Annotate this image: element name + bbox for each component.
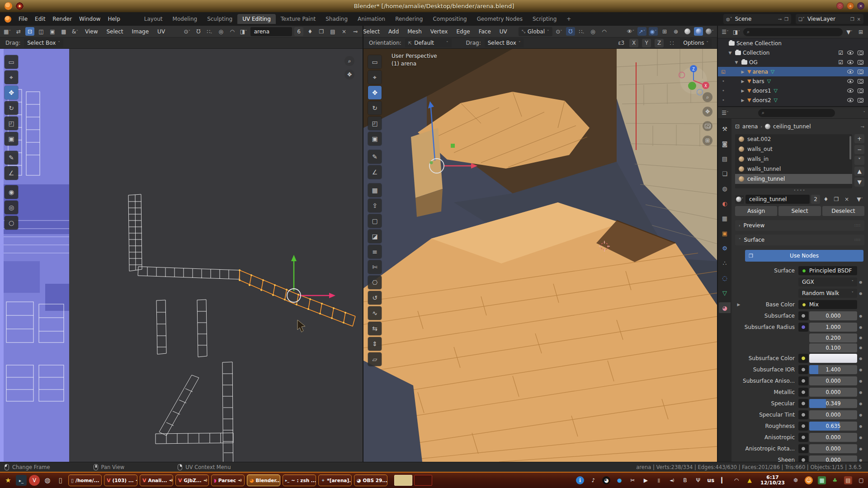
- uv-snap-magnet-icon[interactable]: Ω: [194, 27, 203, 36]
- uv-zoom-icon[interactable]: ⌕: [344, 56, 354, 66]
- uv-tool-annotate[interactable]: ✎: [5, 151, 18, 164]
- maximize-button[interactable]: +: [847, 2, 854, 9]
- tab-modifiers[interactable]: ⚙: [719, 243, 731, 253]
- v3d-tool-shear[interactable]: ▱: [368, 352, 382, 366]
- v3d-tool-rotate[interactable]: ↻: [368, 101, 382, 115]
- viewlayer-selector[interactable]: ❏˅ ViewLayer ❐ ×: [796, 14, 863, 24]
- uv-tool-rotate[interactable]: ↻: [5, 101, 18, 115]
- v3d-tool-scale[interactable]: ◰: [368, 117, 382, 130]
- uv-falloff-icon[interactable]: ◠: [228, 27, 237, 36]
- uv-select-edge-icon[interactable]: ◫: [37, 27, 46, 36]
- uv-fake-user-icon[interactable]: ♦: [306, 27, 315, 36]
- slot-move-up-icon[interactable]: ▲: [854, 167, 864, 176]
- task-parsec[interactable]: ◗ Parsec ◄): [211, 474, 245, 486]
- tab-view-layer[interactable]: ❏: [719, 168, 731, 179]
- keyboard-layout[interactable]: us: [707, 477, 714, 483]
- tab-geometry-nodes[interactable]: Geometry Nodes: [472, 14, 528, 24]
- remove-viewlayer-icon[interactable]: ×: [857, 17, 861, 22]
- book-tray-icon[interactable]: ▤: [844, 476, 852, 484]
- task-obs[interactable]: ◕ OBS 29....: [354, 474, 387, 486]
- uv-select-vertex-icon[interactable]: ⊡: [25, 27, 34, 36]
- eye-icon[interactable]: [847, 70, 854, 74]
- uv-tool-cursor[interactable]: ⌖: [5, 70, 18, 84]
- usb-tray-icon[interactable]: Ψ: [694, 476, 702, 484]
- expand-icon[interactable]: ▶: [740, 79, 746, 84]
- uv-canvas[interactable]: ▭ ⌖ ✥ ↻ ◰ ▣ ✎ ∠ ◉ ◎ ○ ⌕ ✥: [0, 49, 363, 462]
- menu-window[interactable]: Window: [75, 14, 104, 23]
- outliner-row-og[interactable]: ▼ OG ☑: [718, 57, 868, 67]
- v3d-menu-edge[interactable]: Edge: [453, 28, 473, 36]
- uv-tool-pinch[interactable]: ○: [5, 216, 18, 230]
- v3d-tool-transform[interactable]: ▣: [368, 132, 382, 145]
- outliner-search-input[interactable]: ⌕: [743, 28, 843, 36]
- menu-render[interactable]: Render: [49, 14, 75, 23]
- material-users-badge[interactable]: 2: [811, 195, 820, 204]
- titlebar[interactable]: Blender* [/home/amalie/Desktop/blender/a…: [0, 0, 868, 12]
- deselect-button[interactable]: Deselect: [822, 206, 864, 216]
- camera-icon[interactable]: [858, 70, 863, 74]
- task-blender[interactable]: ◕ Blender...: [247, 474, 280, 486]
- play-tray-icon[interactable]: ▶: [642, 476, 650, 484]
- snap-base-icon[interactable]: ⸬: [667, 39, 676, 47]
- v3d-tool-add-cube[interactable]: ▦: [368, 183, 382, 197]
- info-tray-icon[interactable]: ℹ: [576, 476, 584, 484]
- expand-icon[interactable]: ▶: [740, 89, 746, 93]
- uv-unlink-image-icon[interactable]: ×: [340, 27, 349, 36]
- pin-icon[interactable]: ⊸: [778, 17, 782, 22]
- window-tray-icon[interactable]: ▢: [857, 476, 865, 484]
- smiley-tray-icon[interactable]: ☺: [805, 476, 813, 484]
- uv-editor-type-icon[interactable]: ▦˅: [3, 27, 12, 36]
- v3d-drag-select[interactable]: Select Box˅: [485, 38, 524, 47]
- v3d-tool-knife[interactable]: ✄: [368, 260, 382, 274]
- decorator-dot[interactable]: ●: [857, 325, 864, 329]
- slot-move-down-icon[interactable]: ▼: [854, 178, 864, 187]
- uv-pan-hand-icon[interactable]: ✥: [344, 70, 354, 80]
- collection-checkbox[interactable]: ☑: [838, 59, 843, 66]
- decorator-dot[interactable]: ●: [857, 346, 864, 350]
- uv-tool-select-box[interactable]: ▭: [5, 55, 18, 69]
- v3d-tool-inset[interactable]: ▢: [368, 214, 382, 228]
- properties-search-input[interactable]: ⌕: [758, 109, 835, 117]
- calculator-tray-icon[interactable]: ▦: [818, 476, 826, 484]
- expand-icon[interactable]: ▶: [740, 98, 746, 103]
- launcher-globe-icon[interactable]: ◍: [42, 475, 53, 486]
- preview-panel-header[interactable]: ›Preview∷∷: [735, 220, 864, 231]
- v3d-menu-select[interactable]: Select: [363, 28, 383, 36]
- specular-slider[interactable]: 0.349: [809, 399, 857, 408]
- blender-menu-icon[interactable]: [5, 16, 11, 23]
- tab-texture-paint[interactable]: Texture Paint: [276, 14, 321, 24]
- subsurface-radius-y[interactable]: 0.200: [809, 333, 857, 343]
- uv-drag-select[interactable]: Select Box˅: [24, 38, 63, 47]
- menu-help[interactable]: Help: [104, 14, 123, 23]
- decorator-dot[interactable]: ●: [857, 314, 864, 318]
- material-filter-icon[interactable]: ▼˅: [855, 195, 864, 204]
- uv-open-image-icon[interactable]: ▤: [328, 27, 337, 36]
- v3d-tool-loop-cut[interactable]: ≡: [368, 245, 382, 258]
- properties-type-icon[interactable]: ☰˅: [721, 108, 730, 117]
- outliner-display-mode-icon[interactable]: ☰˅: [721, 28, 730, 36]
- warning-tray-icon[interactable]: ▲: [745, 476, 754, 484]
- collection-checkbox[interactable]: ☑: [838, 50, 843, 56]
- eye-icon[interactable]: [847, 79, 854, 83]
- eye-icon[interactable]: [847, 60, 854, 64]
- decorator-dot[interactable]: ●: [857, 357, 864, 361]
- options-dropdown[interactable]: Options˅: [680, 38, 712, 47]
- slot-seat002[interactable]: seat.002: [735, 134, 852, 144]
- tab-material[interactable]: ◕: [719, 302, 731, 313]
- launcher-battery-icon[interactable]: ▯: [55, 475, 66, 486]
- camera-icon[interactable]: [858, 89, 863, 93]
- decorator-dot[interactable]: ●: [857, 424, 864, 428]
- workspace-2[interactable]: [414, 475, 432, 486]
- uv-sticky-mode-icon[interactable]: &˅: [71, 27, 80, 36]
- mirror-z-toggle[interactable]: Z: [655, 39, 664, 47]
- viewport-canvas[interactable]: Z X User Perspective (1) arena ▭ ⌖ ✥ ↻ ◰…: [363, 49, 717, 462]
- v3d-menu-vertex[interactable]: Vertex: [427, 28, 451, 36]
- metallic-slider[interactable]: 0.000: [809, 388, 857, 397]
- v3d-visibility-icon[interactable]: 👁˅: [626, 27, 635, 36]
- sheen-slider[interactable]: 0.000: [809, 455, 857, 462]
- remove-slot-button[interactable]: −: [854, 145, 864, 154]
- expand-icon[interactable]: ▶: [735, 302, 742, 307]
- mirror-x-toggle[interactable]: X: [629, 39, 638, 47]
- mirror-icon[interactable]: ε3: [617, 39, 626, 47]
- specular-tint-slider[interactable]: 0.000: [809, 410, 857, 419]
